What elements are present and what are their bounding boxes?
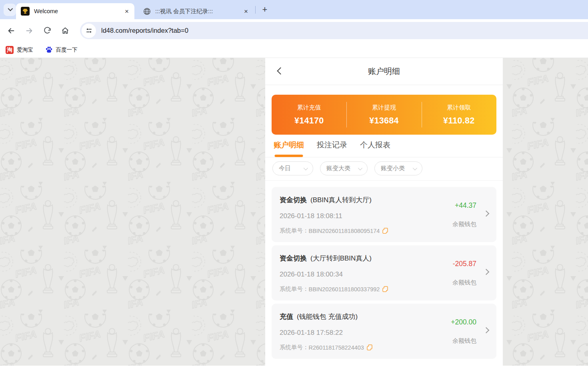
filter-minor-type-dropdown[interactable]: 账变小类	[374, 161, 422, 175]
filter-label: 账变小类	[381, 165, 405, 172]
record-detail: (大厅转到BBIN真人)	[310, 255, 372, 262]
record-list: 资金切换(BBIN真人转到大厅) 2026-01-18 18:08:11 系统单…	[265, 181, 503, 366]
record-amount-block: +200.00 余额钱包	[451, 304, 476, 359]
record-wallet: 余额钱包	[452, 337, 476, 345]
browser-toolbar: ld48.com/reports/index?tab=0	[0, 19, 588, 42]
record-amount: +200.00	[451, 318, 476, 326]
taobao-icon: 淘	[6, 46, 14, 54]
record-amount: +44.37	[455, 201, 476, 210]
bookmark-label: 爱淘宝	[17, 46, 33, 54]
summary-total-deposit: 累计充值 ¥14170	[272, 95, 346, 135]
globe-icon	[143, 8, 151, 15]
filter-major-type-dropdown[interactable]: 账变大类	[320, 161, 368, 175]
record-amount: -205.87	[453, 260, 476, 268]
tab-bet-records[interactable]: 投注记录	[317, 140, 347, 157]
tab-betting-records[interactable]: :::视讯 会员下注纪录::: ×	[138, 3, 254, 19]
account-detail-panel: 账户明细 累计充值 ¥14170 累计提现 ¥13684 累计领取 ¥110.8…	[265, 58, 503, 366]
order-number: R2601181758224403	[309, 344, 364, 351]
copy-icon[interactable]	[382, 228, 388, 234]
order-number: BBIN202601181800337992	[309, 286, 380, 292]
order-number: BBIN202601181808095174	[309, 228, 380, 234]
record-amount-block: -205.87 余额钱包	[452, 245, 476, 300]
baidu-paw-icon	[45, 46, 53, 54]
summary-value: ¥14170	[294, 116, 324, 126]
home-button[interactable]	[58, 24, 72, 38]
close-icon[interactable]: ×	[124, 8, 130, 15]
browser-tab-strip: Welcome × :::视讯 会员下注纪录::: × +	[0, 0, 588, 19]
tab-title: Welcome	[34, 8, 121, 14]
page-title: 账户明细	[368, 66, 400, 77]
summary-value: ¥110.82	[443, 116, 475, 126]
tab-personal-report[interactable]: 个人报表	[360, 140, 390, 157]
summary-label: 累计领取	[447, 104, 471, 111]
panel-header: 账户明细	[265, 58, 503, 85]
chevron-down-icon	[304, 165, 308, 170]
bookmark-baidu[interactable]: 百度一下	[45, 46, 78, 54]
home-icon	[61, 26, 70, 35]
order-label: 系统单号：	[280, 285, 309, 293]
tab-title: :::视讯 会员下注纪录:::	[155, 8, 240, 15]
page-background: FIFA FIFA 账户明细	[0, 58, 588, 366]
reload-button[interactable]	[40, 24, 54, 38]
tune-icon	[86, 27, 92, 34]
copy-icon[interactable]	[367, 344, 372, 350]
chevron-down-icon	[413, 165, 417, 170]
summary-value: ¥13684	[369, 116, 399, 126]
filter-row: 今日 账变大类 账变小类	[265, 157, 503, 181]
summary-total-withdraw: 累计提现 ¥13684	[346, 95, 421, 135]
tab-account-detail[interactable]: 账户明细	[274, 140, 304, 157]
back-chevron-icon[interactable]	[277, 67, 284, 74]
summary-total-claimed: 累计领取 ¥110.82	[422, 95, 496, 135]
filter-label: 今日	[279, 165, 291, 172]
record-wallet: 余额钱包	[452, 221, 476, 228]
record-detail: (钱能钱包 充值成功)	[297, 313, 358, 320]
chevron-down-icon	[8, 6, 13, 11]
record-detail: (BBIN真人转到大厅)	[310, 196, 372, 204]
address-bar[interactable]: ld48.com/reports/index?tab=0	[80, 22, 588, 39]
record-card[interactable]: 资金切换(大厅转到BBIN真人) 2026-01-18 18:00:34 系统单…	[272, 245, 496, 300]
reload-icon	[43, 26, 52, 35]
new-tab-button[interactable]: +	[259, 4, 270, 15]
summary-card: 累计充值 ¥14170 累计提现 ¥13684 累计领取 ¥110.82	[272, 95, 496, 135]
record-type: 充值	[280, 313, 293, 320]
chevron-down-icon	[358, 165, 362, 170]
site-favicon-trophy-icon	[21, 7, 30, 16]
bookmark-taobao[interactable]: 淘 爱淘宝	[6, 46, 33, 54]
bookmark-label: 百度一下	[56, 46, 78, 54]
record-card[interactable]: 充值(钱能钱包 充值成功) 2026-01-18 17:58:22 系统单号： …	[272, 304, 496, 359]
tab-divider	[255, 6, 256, 14]
order-label: 系统单号：	[280, 227, 309, 235]
back-arrow-icon	[7, 26, 16, 35]
record-wallet: 余额钱包	[452, 279, 476, 286]
filter-date-dropdown[interactable]: 今日	[272, 161, 313, 175]
forward-button[interactable]	[22, 24, 36, 38]
record-type: 资金切换	[280, 196, 307, 204]
copy-icon[interactable]	[382, 286, 388, 292]
site-info-button[interactable]	[82, 24, 96, 38]
record-card[interactable]: 资金切换(BBIN真人转到大厅) 2026-01-18 18:08:11 系统单…	[272, 187, 496, 242]
record-amount-block: +44.37 余额钱包	[452, 187, 476, 242]
bookmarks-bar: 淘 爱淘宝 百度一下	[0, 42, 588, 58]
summary-label: 累计充值	[297, 104, 321, 111]
summary-label: 累计提现	[372, 104, 396, 111]
record-type: 资金切换	[280, 255, 307, 262]
close-icon[interactable]: ×	[243, 8, 249, 15]
tab-search-button[interactable]	[4, 4, 16, 16]
forward-arrow-icon	[25, 26, 34, 35]
back-button[interactable]	[4, 24, 18, 38]
filter-label: 账变大类	[326, 165, 350, 172]
order-label: 系统单号：	[280, 344, 309, 351]
report-tabs: 账户明细 投注记录 个人报表	[265, 135, 503, 157]
url-text[interactable]: ld48.com/reports/index?tab=0	[101, 27, 188, 34]
tab-welcome[interactable]: Welcome ×	[16, 3, 134, 19]
